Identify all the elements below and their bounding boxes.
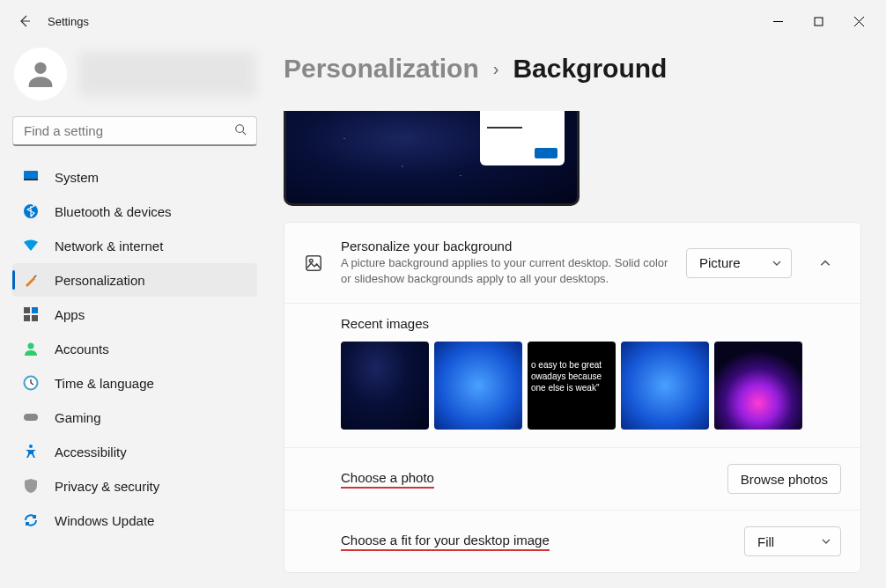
nav-bluetooth[interactable]: Bluetooth & devices xyxy=(12,195,257,228)
maximize-icon xyxy=(814,17,823,26)
svg-rect-12 xyxy=(24,414,38,421)
svg-rect-7 xyxy=(32,307,38,313)
breadcrumb-current: Background xyxy=(513,54,667,84)
personalize-bg-title: Personalize your background xyxy=(341,239,668,254)
choose-photo-label: Choose a photo xyxy=(341,470,434,489)
choose-fit-label: Choose a fit for your desktop image xyxy=(341,533,550,551)
nav-label: Network & internet xyxy=(55,239,163,254)
chevron-down-icon xyxy=(821,536,831,547)
search-icon xyxy=(234,123,247,139)
svg-rect-4 xyxy=(24,179,38,180)
chevron-down-icon xyxy=(772,258,782,268)
image-icon xyxy=(304,254,323,273)
nav-label: Windows Update xyxy=(55,513,154,528)
search-field[interactable] xyxy=(12,116,257,146)
nav-privacy[interactable]: Privacy & security xyxy=(12,469,257,503)
recent-image-thumb[interactable] xyxy=(714,342,802,430)
nav-label: Gaming xyxy=(55,410,101,425)
nav-system[interactable]: System xyxy=(12,160,257,194)
nav-label: Accounts xyxy=(55,342,109,356)
close-icon xyxy=(854,17,864,26)
maximize-button[interactable] xyxy=(798,7,838,35)
svg-rect-8 xyxy=(24,315,30,321)
minimize-button[interactable] xyxy=(757,7,798,35)
nav-personalization[interactable]: Personalization xyxy=(12,263,257,297)
background-type-dropdown[interactable]: Picture xyxy=(686,248,792,278)
profile-info-redacted xyxy=(79,52,255,96)
nav-label: Personalization xyxy=(55,273,145,288)
nav-accessibility[interactable]: Accessibility xyxy=(12,435,257,468)
recent-image-thumb[interactable]: o easy to be great owadays because one e… xyxy=(528,342,616,430)
breadcrumb: Personalization › Background xyxy=(284,42,861,95)
clock-icon xyxy=(23,375,39,391)
nav-network[interactable]: Network & internet xyxy=(12,229,257,262)
gamepad-icon xyxy=(23,409,39,425)
svg-rect-9 xyxy=(32,315,38,321)
avatar xyxy=(14,48,67,100)
nav-apps[interactable]: Apps xyxy=(12,298,257,331)
recent-images-grid: o easy to be great owadays because one e… xyxy=(341,342,841,430)
close-window-button[interactable] xyxy=(838,7,879,35)
fit-dropdown[interactable]: Fill xyxy=(744,526,841,556)
nav-label: System xyxy=(55,170,99,185)
nav-label: Time & language xyxy=(55,376,154,391)
app-title: Settings xyxy=(48,15,89,28)
search-input[interactable] xyxy=(12,116,257,146)
person-icon xyxy=(23,341,39,356)
user-profile[interactable] xyxy=(12,42,257,116)
svg-point-1 xyxy=(34,62,46,74)
nav-accounts[interactable]: Accounts xyxy=(12,332,257,365)
shield-icon xyxy=(23,478,39,494)
nav-windows-update[interactable]: Windows Update xyxy=(12,503,257,537)
wifi-icon xyxy=(23,238,39,254)
dropdown-value: Picture xyxy=(699,255,741,270)
nav-gaming[interactable]: Gaming xyxy=(12,401,257,434)
accessibility-icon xyxy=(23,444,39,459)
recent-images-label: Recent images xyxy=(341,316,841,331)
preview-window-mockup xyxy=(480,111,565,165)
monitor-icon xyxy=(23,169,39,185)
nav-label: Bluetooth & devices xyxy=(55,204,172,219)
svg-rect-6 xyxy=(24,307,30,313)
svg-point-13 xyxy=(29,445,33,448)
svg-point-2 xyxy=(236,125,244,133)
dropdown-value: Fill xyxy=(757,534,774,549)
chevron-up-icon xyxy=(819,257,831,269)
paint-icon xyxy=(23,272,39,288)
desktop-preview xyxy=(284,111,580,206)
browse-photos-button[interactable]: Browse photos xyxy=(727,464,841,494)
recent-image-thumb[interactable] xyxy=(341,342,429,430)
breadcrumb-parent[interactable]: Personalization xyxy=(284,54,479,84)
bluetooth-icon xyxy=(23,203,39,219)
arrow-left-icon xyxy=(18,14,32,28)
chevron-right-icon: › xyxy=(493,59,499,79)
svg-rect-0 xyxy=(815,18,823,26)
nav-label: Apps xyxy=(55,307,85,322)
apps-icon xyxy=(23,306,39,322)
recent-image-thumb[interactable] xyxy=(621,342,709,430)
nav-label: Accessibility xyxy=(55,445,127,459)
nav-time-language[interactable]: Time & language xyxy=(12,366,257,400)
svg-point-10 xyxy=(28,343,34,349)
personalize-bg-desc: A picture background applies to your cur… xyxy=(341,255,668,287)
back-button[interactable] xyxy=(7,4,42,39)
button-label: Browse photos xyxy=(741,472,828,487)
recent-image-thumb[interactable] xyxy=(434,342,522,430)
minimize-icon xyxy=(773,17,783,26)
update-icon xyxy=(23,512,39,528)
svg-rect-14 xyxy=(306,255,321,270)
nav-label: Privacy & security xyxy=(55,479,159,494)
expand-toggle[interactable] xyxy=(809,248,841,278)
svg-point-15 xyxy=(309,259,313,262)
